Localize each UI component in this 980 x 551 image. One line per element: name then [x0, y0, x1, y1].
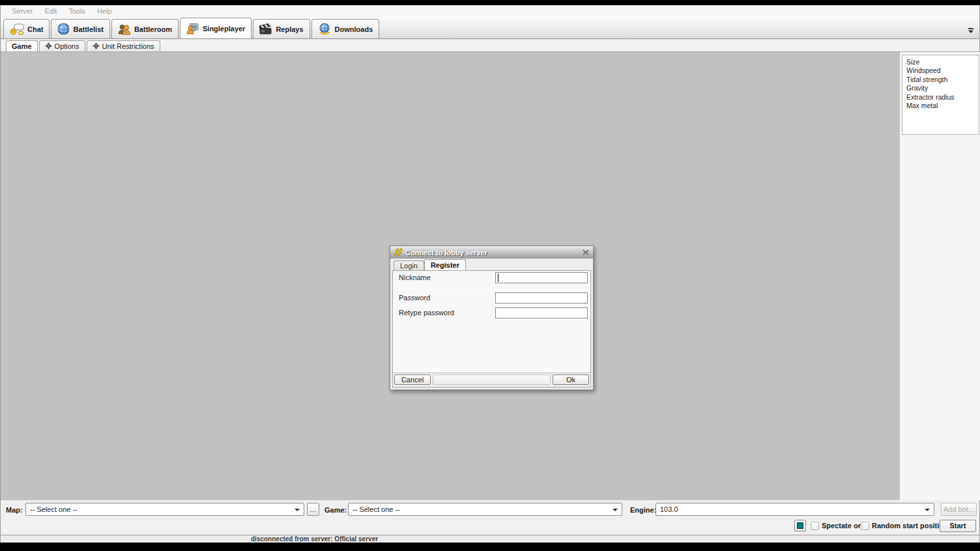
password-row: Password [393, 292, 590, 304]
add-bot-button[interactable]: Add bot... [941, 503, 977, 516]
map-info-gravity: Gravity [906, 84, 979, 92]
toolbar-overflow-icon[interactable] [968, 25, 974, 31]
subtab-options-label: Options [55, 42, 79, 50]
dialog-tab-bar: Login Register [392, 259, 591, 270]
chevron-down-icon [295, 509, 300, 511]
connect-dialog: Connect to lobby server Login Register N… [390, 246, 594, 390]
team-color-swatch [797, 522, 803, 529]
status-bar: disconnected from server: Official serve… [1, 535, 979, 543]
ok-button[interactable]: Ok [553, 374, 589, 385]
toolbar: Chat Battlelist [1, 17, 979, 39]
dialog-footer: Cancel Ok [393, 373, 590, 387]
engine-label: Engine: [630, 506, 656, 514]
menu-bar: Server Edit Tools Help [1, 5, 979, 17]
tab-downloads-label: Downloads [335, 25, 373, 33]
menu-tools[interactable]: Tools [63, 7, 91, 15]
tab-chat-label: Chat [27, 25, 43, 33]
game-select[interactable]: -- Select one -- [348, 503, 622, 516]
subtab-options[interactable]: Options [39, 40, 85, 51]
tab-battlelist-label: Battlelist [73, 25, 103, 33]
gear-icon [45, 42, 52, 51]
map-select-value: -- Select one -- [30, 505, 78, 513]
singleplayer-icon [186, 23, 199, 35]
tab-replays-label: Replays [276, 25, 303, 33]
dialog-titlebar[interactable]: Connect to lobby server [390, 246, 593, 259]
nickname-row: Nickname [393, 272, 590, 283]
retype-password-field[interactable] [495, 307, 588, 318]
subtab-unit-restrictions[interactable]: Unit Restrictions [87, 40, 160, 51]
random-start-checkbox[interactable] [861, 522, 869, 530]
cancel-button[interactable]: Cancel [394, 374, 431, 385]
start-button[interactable]: Start [940, 520, 976, 532]
chat-icon [10, 23, 24, 35]
tab-replays[interactable]: Replays [253, 19, 310, 38]
map-browse-button[interactable]: ... [307, 503, 319, 516]
subtab-bar: Game Options Uni [1, 39, 979, 52]
map-label: Map: [6, 506, 23, 514]
divider [396, 289, 588, 290]
tab-chat[interactable]: Chat [3, 19, 50, 38]
tab-register[interactable]: Register [424, 259, 466, 270]
subtab-game[interactable]: Game [6, 40, 38, 51]
gear-icon [93, 42, 100, 51]
singleplayer-content: Size Windspeed Tidal strength Gravity Ex… [1, 52, 979, 500]
tab-login[interactable]: Login [394, 261, 424, 270]
map-info-panel: Size Windspeed Tidal strength Gravity Ex… [900, 52, 980, 500]
chevron-down-icon [925, 509, 930, 511]
tab-singleplayer-label: Singleplayer [203, 25, 245, 33]
tab-battleroom-label: Battleroom [134, 25, 172, 33]
game-label: Game: [324, 506, 347, 514]
map-info-extractor: Extractor radius [906, 93, 979, 102]
dialog-title: Connect to lobby server [405, 249, 582, 257]
map-info-size: Size [906, 58, 979, 66]
map-info-maxmetal: Max metal [906, 102, 979, 110]
footer-spacer [433, 374, 551, 385]
tab-battlelist[interactable]: Battlelist [51, 19, 109, 38]
tab-downloads[interactable]: Downloads [311, 19, 380, 38]
clapperboard-icon [259, 23, 272, 35]
menu-edit[interactable]: Edit [38, 7, 63, 15]
menu-server[interactable]: Server [6, 7, 38, 15]
nickname-field[interactable] [495, 272, 588, 283]
download-globe-icon [318, 23, 332, 35]
password-label: Password [399, 294, 430, 302]
register-panel: Nickname Password Retype password C [392, 270, 591, 388]
retype-password-row: Retype password [393, 307, 590, 318]
map-info-windspeed: Windspeed [906, 66, 979, 75]
tab-battleroom[interactable]: Battleroom [111, 19, 179, 38]
nickname-label: Nickname [399, 274, 431, 281]
bottom-panel: Map: -- Select one -- ... Game: -- Selec… [1, 500, 979, 535]
subtab-unit-restrictions-label: Unit Restrictions [102, 42, 154, 50]
map-info-box: Size Windspeed Tidal strength Gravity Ex… [902, 55, 979, 135]
retype-password-label: Retype password [399, 309, 454, 317]
application-window: Server Edit Tools Help Chat [0, 5, 980, 543]
chevron-down-icon [612, 509, 618, 511]
engine-select[interactable]: 103.0 [656, 503, 934, 516]
globe-icon [57, 23, 70, 35]
people-icon [118, 23, 131, 35]
spectate-only-checkbox[interactable] [811, 522, 819, 530]
team-color-button[interactable] [794, 520, 806, 531]
dialog-body: Login Register Nickname Password [392, 259, 591, 388]
status-text: disconnected from server: Official serve… [251, 535, 378, 543]
map-select[interactable]: -- Select one -- [25, 503, 304, 516]
subtab-game-label: Game [12, 42, 32, 50]
text-caret [498, 274, 498, 282]
engine-select-value: 103.0 [660, 505, 678, 513]
close-icon[interactable] [582, 249, 590, 256]
password-field[interactable] [495, 292, 588, 304]
menu-help[interactable]: Help [91, 7, 118, 15]
lightning-icon [394, 247, 403, 259]
tab-singleplayer[interactable]: Singleplayer [180, 18, 252, 38]
map-info-tidal: Tidal strength [906, 76, 979, 84]
game-select-value: -- Select one -- [353, 505, 400, 513]
